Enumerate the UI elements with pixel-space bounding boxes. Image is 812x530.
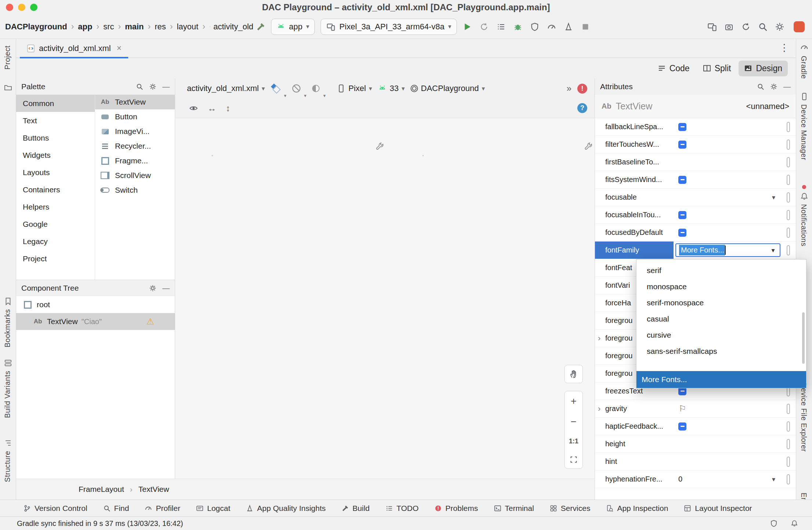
- palette-component[interactable]: Fragme...: [95, 153, 175, 168]
- sidebar-stripe-structure[interactable]: Structure: [3, 451, 12, 482]
- bookmark-icon[interactable]: [4, 297, 12, 305]
- palette-category[interactable]: Common: [16, 95, 95, 112]
- font-option[interactable]: casual: [636, 311, 806, 327]
- hide-panel-icon[interactable]: —: [783, 83, 791, 91]
- resource-picker-button[interactable]: [787, 157, 790, 167]
- component-tree-item[interactable]: TextView "Ciao" ⚠: [16, 313, 175, 330]
- attribute-row[interactable]: › firstBaselineTo... ⚐ ▾ ▾: [595, 153, 796, 171]
- toolbar-app-inspection[interactable]: App Inspection: [606, 504, 668, 513]
- toolbar-layout-inspector[interactable]: Layout Inspector: [684, 504, 752, 513]
- zoom-out-button[interactable]: −: [571, 417, 577, 427]
- attribute-value[interactable]: ⚐ ▾ ▾: [674, 224, 796, 241]
- indeterminate-checkbox-icon[interactable]: [678, 211, 686, 219]
- attribute-row[interactable]: › focusedByDefault ⚐ ▾ ▾: [595, 224, 796, 242]
- attribute-value[interactable]: ⚐ ▾ ▾: [674, 206, 796, 224]
- close-tab-icon[interactable]: ×: [117, 43, 122, 53]
- search-icon[interactable]: [757, 83, 764, 90]
- palette-category[interactable]: Text: [16, 112, 95, 129]
- search-icon[interactable]: [136, 83, 143, 90]
- indeterminate-checkbox-icon[interactable]: [678, 229, 686, 237]
- notifications-bell-icon[interactable]: [800, 192, 808, 200]
- font-option[interactable]: serif: [636, 262, 806, 279]
- breadcrumb-item[interactable]: layout: [177, 22, 198, 32]
- gear-icon[interactable]: [149, 83, 156, 90]
- folder-icon[interactable]: [4, 84, 12, 92]
- palette-category[interactable]: Project: [16, 250, 95, 267]
- build-list-icon[interactable]: [494, 19, 508, 34]
- attribute-value[interactable]: ⚐ ▾ ▾: [674, 189, 796, 206]
- breadcrumb-item[interactable]: main: [125, 22, 144, 32]
- run-button[interactable]: [460, 19, 474, 34]
- view-options-eye-icon[interactable]: [189, 104, 198, 113]
- palette-category[interactable]: Containers: [16, 181, 95, 198]
- palette-category[interactable]: Buttons: [16, 129, 95, 146]
- attribute-row[interactable]: › fitsSystemWind... ⚐ ▾ ▾: [595, 171, 796, 189]
- search-icon[interactable]: [755, 19, 770, 34]
- device-picker[interactable]: Pixel ▾: [337, 84, 372, 93]
- build-hammer-icon[interactable]: [253, 19, 268, 34]
- attribute-row[interactable]: › focusable ⚐ ▾ ▾: [595, 189, 796, 206]
- status-shield-icon[interactable]: [770, 520, 777, 527]
- attribute-row[interactable]: › fallbackLineSpa... ⚐ ▾ ▾: [595, 118, 796, 136]
- toolbar-todo[interactable]: TODO: [386, 504, 419, 513]
- resize-icon[interactable]: ↕: [226, 103, 230, 113]
- debug-icon[interactable]: [510, 19, 525, 34]
- attribute-value[interactable]: ⚐ ▾ ▾: [674, 435, 796, 453]
- zoom-ratio-button[interactable]: 1:1: [569, 438, 578, 445]
- breadcrumb-item[interactable]: app: [78, 22, 92, 32]
- font-family-combo[interactable]: More Fonts... ▾: [675, 243, 780, 257]
- breadcrumb-item[interactable]: src: [103, 22, 114, 32]
- profile-avatar[interactable]: [794, 21, 805, 32]
- resource-picker-button[interactable]: [787, 474, 790, 484]
- window-close-button[interactable]: [6, 4, 13, 11]
- palette-component[interactable]: Button: [95, 109, 175, 124]
- toolbar-find[interactable]: Find: [103, 504, 129, 513]
- toolbar-services[interactable]: Services: [550, 504, 591, 513]
- palette-component[interactable]: ScrollView: [95, 168, 175, 183]
- component-tree-item[interactable]: root ⚠: [16, 296, 175, 313]
- api-level-picker[interactable]: 33 ▾: [378, 84, 405, 93]
- dropdown-arrow-icon[interactable]: ▾: [766, 244, 780, 256]
- structure-icon[interactable]: [4, 439, 12, 447]
- overflow-chevrons-icon[interactable]: »: [567, 83, 571, 94]
- palette-component[interactable]: Switch: [95, 183, 175, 197]
- font-option[interactable]: cursive: [636, 327, 806, 343]
- gradle-icon[interactable]: [800, 43, 808, 51]
- toolbar-build[interactable]: Build: [342, 504, 370, 513]
- toolbar-version-control[interactable]: Version Control: [24, 504, 87, 513]
- zoom-to-fit-button[interactable]: [570, 456, 577, 463]
- design-canvas[interactable]: + − 1:1: [175, 118, 595, 479]
- resource-picker-button[interactable]: [787, 404, 790, 414]
- mode-design[interactable]: Design: [739, 61, 788, 76]
- attach-debugger-icon[interactable]: [561, 19, 576, 34]
- attribute-value[interactable]: ⚐ ▾ ▾: [674, 418, 796, 435]
- rerun-icon[interactable]: [477, 19, 491, 34]
- attribute-row[interactable]: › hyphenationFre... 0 ⚐ ▾ 0 ▾: [595, 471, 796, 488]
- expander-chevron-icon[interactable]: ›: [598, 404, 600, 414]
- flag-icon[interactable]: ⚐: [679, 404, 686, 414]
- resource-picker-button[interactable]: [787, 175, 790, 185]
- attribute-value[interactable]: ⚐ ▾ ▾: [674, 136, 796, 153]
- resource-picker-button[interactable]: [787, 439, 790, 449]
- dropdown-arrow-icon[interactable]: ▾: [772, 475, 775, 483]
- indeterminate-checkbox-icon[interactable]: [678, 123, 686, 131]
- expander-chevron-icon[interactable]: ›: [598, 334, 600, 343]
- indeterminate-checkbox-icon[interactable]: [678, 422, 686, 431]
- screenshot-icon[interactable]: [722, 19, 736, 34]
- attribute-row[interactable]: › hint ⚐ ▾ ▾: [595, 453, 796, 471]
- palette-component[interactable]: Recycler...: [95, 139, 175, 153]
- hide-panel-icon[interactable]: —: [162, 284, 170, 293]
- toolbar-problems[interactable]: Problems: [434, 504, 478, 513]
- breadcrumb-text-view[interactable]: TextView: [138, 485, 169, 494]
- hide-panel-icon[interactable]: —: [162, 83, 170, 91]
- font-option[interactable]: monospace: [636, 279, 806, 295]
- theme-picker[interactable]: DACPlayground ▾: [411, 84, 485, 93]
- build-variants-icon[interactable]: [4, 359, 12, 367]
- attribute-value[interactable]: 0 ⚐ ▾ 0 ▾: [674, 471, 796, 488]
- layout-file-select[interactable]: activity_old_xml.xml ▾: [187, 84, 265, 93]
- sidebar-stripe-device-file-explorer[interactable]: Device File Explorer: [800, 382, 808, 452]
- resource-picker-button[interactable]: [787, 421, 790, 432]
- window-zoom-button[interactable]: [30, 4, 37, 11]
- orientation-icon[interactable]: ↔: [207, 103, 216, 113]
- breadcrumb-item[interactable]: DACPlayground: [5, 22, 67, 32]
